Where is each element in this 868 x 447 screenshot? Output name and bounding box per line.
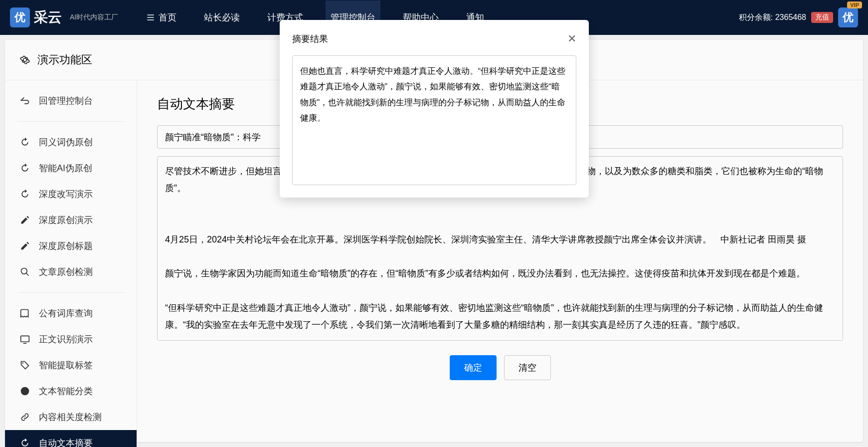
close-icon[interactable]: ✕ [567, 32, 576, 45]
modal-content[interactable]: 但她也直言，科学研究中难题才真正令人激动。“但科学研究中正是这些难题才真正地令人… [292, 55, 576, 185]
modal-title: 摘要结果 [292, 33, 328, 45]
summary-modal: 摘要结果 ✕ 但她也直言，科学研究中难题才真正令人激动。“但科学研究中正是这些难… [280, 20, 589, 198]
modal-overlay[interactable]: 摘要结果 ✕ 但她也直言，科学研究中难题才真正令人激动。“但科学研究中正是这些难… [0, 0, 868, 447]
